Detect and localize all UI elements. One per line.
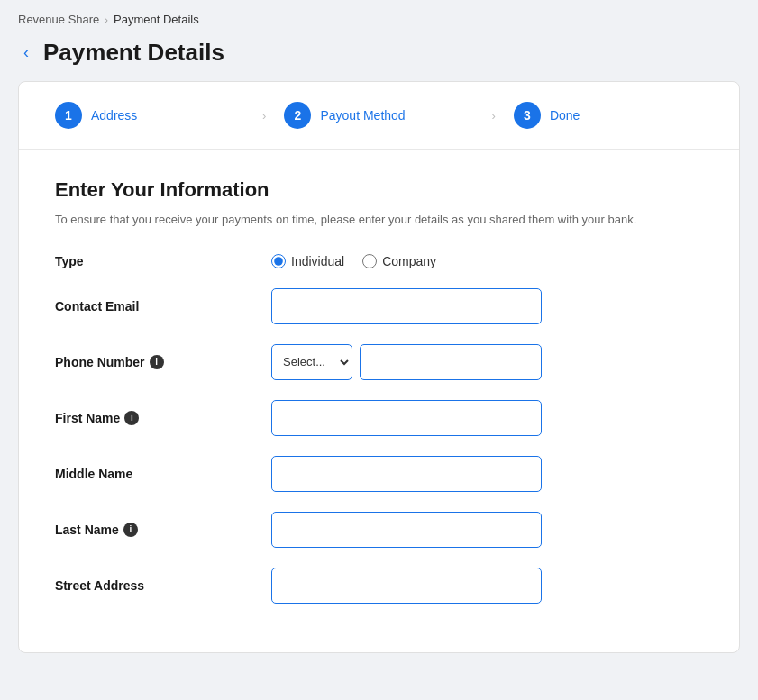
middle-name-row: Middle Name bbox=[55, 456, 703, 492]
step-1-label: Address bbox=[91, 108, 137, 123]
step-2-label: Payout Method bbox=[320, 108, 405, 123]
breadcrumb: Revenue Share › Payment Details bbox=[0, 0, 758, 35]
first-name-label: First Name i bbox=[55, 411, 253, 425]
middle-name-input[interactable] bbox=[271, 456, 542, 492]
contact-email-label: Contact Email bbox=[55, 299, 253, 314]
last-name-label: Last Name i bbox=[55, 523, 253, 537]
first-name-control bbox=[271, 400, 703, 436]
type-company-radio[interactable] bbox=[362, 254, 377, 268]
street-address-control bbox=[271, 568, 703, 604]
form-section-description: To ensure that you receive your payments… bbox=[55, 211, 703, 229]
phone-number-row: Phone Number i Select... bbox=[55, 344, 703, 380]
step-arrow-2: › bbox=[492, 109, 496, 123]
type-individual-label: Individual bbox=[291, 254, 344, 268]
street-address-label: Street Address bbox=[55, 578, 253, 593]
contact-email-control bbox=[271, 288, 703, 324]
first-name-info-icon: i bbox=[124, 411, 139, 425]
type-row: Type Individual Company bbox=[55, 254, 703, 268]
type-company-option[interactable]: Company bbox=[362, 254, 436, 268]
step-3: 3 Done bbox=[514, 102, 703, 129]
step-2-circle: 2 bbox=[284, 102, 311, 129]
type-individual-radio[interactable] bbox=[271, 254, 286, 268]
form-section-title: Enter Your Information bbox=[55, 178, 703, 202]
contact-email-input[interactable] bbox=[271, 288, 542, 324]
phone-group: Select... bbox=[271, 344, 542, 380]
first-name-input[interactable] bbox=[271, 400, 542, 436]
breadcrumb-chevron-icon: › bbox=[105, 14, 108, 25]
step-2: 2 Payout Method bbox=[284, 102, 473, 129]
phone-country-select[interactable]: Select... bbox=[271, 344, 352, 380]
back-button[interactable]: ‹ bbox=[18, 41, 34, 64]
step-1: 1 Address bbox=[55, 102, 244, 129]
page-header: ‹ Payment Details bbox=[0, 35, 758, 81]
last-name-control bbox=[271, 512, 703, 548]
type-individual-option[interactable]: Individual bbox=[271, 254, 344, 268]
middle-name-control bbox=[271, 456, 703, 492]
last-name-input[interactable] bbox=[271, 512, 542, 548]
stepper: 1 Address › 2 Payout Method › 3 Done bbox=[19, 82, 739, 150]
phone-info-icon: i bbox=[150, 355, 164, 369]
type-label: Type bbox=[55, 254, 253, 268]
last-name-row: Last Name i bbox=[55, 512, 703, 548]
step-1-circle: 1 bbox=[55, 102, 82, 129]
main-card: 1 Address › 2 Payout Method › 3 Done Ent… bbox=[18, 81, 740, 653]
step-3-circle: 3 bbox=[514, 102, 541, 129]
last-name-info-icon: i bbox=[123, 523, 138, 537]
phone-number-input[interactable] bbox=[360, 344, 542, 380]
first-name-row: First Name i bbox=[55, 400, 703, 436]
breadcrumb-current: Payment Details bbox=[114, 13, 199, 26]
middle-name-label: Middle Name bbox=[55, 467, 253, 481]
breadcrumb-parent[interactable]: Revenue Share bbox=[18, 13, 99, 26]
street-address-row: Street Address bbox=[55, 568, 703, 604]
phone-number-control: Select... bbox=[271, 344, 703, 380]
phone-number-label: Phone Number i bbox=[55, 355, 253, 369]
type-control: Individual Company bbox=[271, 254, 703, 268]
step-3-label: Done bbox=[550, 108, 580, 123]
street-address-input[interactable] bbox=[271, 568, 542, 604]
form-section: Enter Your Information To ensure that yo… bbox=[19, 150, 739, 652]
contact-email-row: Contact Email bbox=[55, 288, 703, 324]
step-arrow-1: › bbox=[262, 109, 266, 123]
page-title: Payment Details bbox=[43, 39, 224, 67]
type-company-label: Company bbox=[382, 254, 436, 268]
